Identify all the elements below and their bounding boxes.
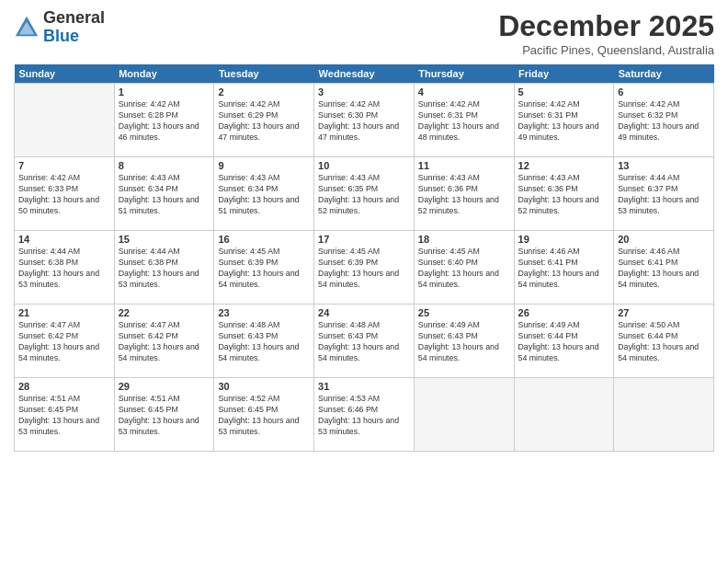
- day-number: 16: [218, 234, 310, 245]
- calendar-cell: 24Sunrise: 4:48 AMSunset: 6:43 PMDayligh…: [314, 304, 415, 378]
- week-row-4: 21Sunrise: 4:47 AMSunset: 6:42 PMDayligh…: [15, 304, 714, 378]
- calendar-cell: [15, 84, 115, 157]
- cell-info: Sunrise: 4:47 AMSunset: 6:42 PMDaylight:…: [18, 320, 110, 364]
- calendar-cell: 12Sunrise: 4:43 AMSunset: 6:36 PMDayligh…: [514, 157, 614, 231]
- cell-info: Sunrise: 4:52 AMSunset: 6:45 PMDaylight:…: [218, 394, 310, 438]
- cell-info: Sunrise: 4:48 AMSunset: 6:43 PMDaylight:…: [318, 320, 410, 364]
- calendar-cell: 23Sunrise: 4:48 AMSunset: 6:43 PMDayligh…: [214, 304, 314, 378]
- day-number: 28: [18, 381, 110, 392]
- calendar-cell: 30Sunrise: 4:52 AMSunset: 6:45 PMDayligh…: [214, 378, 314, 452]
- calendar-cell: 20Sunrise: 4:46 AMSunset: 6:41 PMDayligh…: [614, 231, 714, 304]
- calendar-cell: 22Sunrise: 4:47 AMSunset: 6:42 PMDayligh…: [114, 304, 214, 378]
- logo: General Blue: [14, 9, 105, 46]
- cell-info: Sunrise: 4:46 AMSunset: 6:41 PMDaylight:…: [618, 247, 710, 291]
- cell-info: Sunrise: 4:50 AMSunset: 6:44 PMDaylight:…: [618, 320, 710, 364]
- day-number: 7: [18, 160, 110, 171]
- calendar-cell: 28Sunrise: 4:51 AMSunset: 6:45 PMDayligh…: [15, 378, 115, 452]
- calendar-cell: 1Sunrise: 4:42 AMSunset: 6:28 PMDaylight…: [114, 84, 214, 157]
- day-number: 4: [418, 86, 510, 98]
- header-day-thursday: Thursday: [414, 64, 514, 84]
- cell-info: Sunrise: 4:43 AMSunset: 6:36 PMDaylight:…: [518, 173, 610, 217]
- cell-info: Sunrise: 4:47 AMSunset: 6:42 PMDaylight:…: [119, 320, 210, 364]
- header-day-monday: Monday: [114, 64, 214, 84]
- calendar-table: SundayMondayTuesdayWednesdayThursdayFrid…: [14, 64, 714, 452]
- logo-blue: Blue: [43, 27, 79, 45]
- logo-icon: [14, 15, 40, 40]
- day-number: 31: [318, 381, 410, 392]
- day-number: 5: [518, 86, 610, 98]
- calendar-cell: 2Sunrise: 4:42 AMSunset: 6:29 PMDaylight…: [214, 84, 314, 157]
- calendar-cell: 9Sunrise: 4:43 AMSunset: 6:34 PMDaylight…: [214, 157, 314, 231]
- header-day-tuesday: Tuesday: [214, 64, 314, 84]
- cell-info: Sunrise: 4:42 AMSunset: 6:31 PMDaylight:…: [418, 99, 510, 144]
- calendar-cell: 25Sunrise: 4:49 AMSunset: 6:43 PMDayligh…: [414, 304, 514, 378]
- cell-info: Sunrise: 4:42 AMSunset: 6:28 PMDaylight:…: [119, 99, 210, 144]
- day-number: 9: [218, 160, 310, 171]
- calendar-cell: 13Sunrise: 4:44 AMSunset: 6:37 PMDayligh…: [614, 157, 714, 231]
- cell-info: Sunrise: 4:44 AMSunset: 6:38 PMDaylight:…: [18, 247, 110, 291]
- calendar-cell: 7Sunrise: 4:42 AMSunset: 6:33 PMDaylight…: [15, 157, 115, 231]
- day-number: 23: [218, 307, 310, 318]
- header: General Blue December 2025 Pacific Pines…: [14, 9, 714, 57]
- title-section: December 2025 Pacific Pines, Queensland,…: [498, 9, 714, 57]
- calendar-cell: 11Sunrise: 4:43 AMSunset: 6:36 PMDayligh…: [414, 157, 514, 231]
- calendar-cell: 21Sunrise: 4:47 AMSunset: 6:42 PMDayligh…: [15, 304, 115, 378]
- cell-info: Sunrise: 4:42 AMSunset: 6:29 PMDaylight:…: [218, 99, 310, 144]
- cell-info: Sunrise: 4:44 AMSunset: 6:37 PMDaylight:…: [618, 173, 710, 217]
- location: Pacific Pines, Queensland, Australia: [498, 43, 714, 57]
- calendar-cell: 19Sunrise: 4:46 AMSunset: 6:41 PMDayligh…: [514, 231, 614, 304]
- cell-info: Sunrise: 4:42 AMSunset: 6:31 PMDaylight:…: [518, 99, 610, 144]
- calendar-cell: 17Sunrise: 4:45 AMSunset: 6:39 PMDayligh…: [314, 231, 415, 304]
- calendar-cell: 6Sunrise: 4:42 AMSunset: 6:32 PMDaylight…: [614, 84, 714, 157]
- cell-info: Sunrise: 4:44 AMSunset: 6:38 PMDaylight:…: [119, 247, 210, 291]
- cell-info: Sunrise: 4:42 AMSunset: 6:32 PMDaylight:…: [618, 99, 710, 144]
- calendar-cell: 16Sunrise: 4:45 AMSunset: 6:39 PMDayligh…: [214, 231, 314, 304]
- calendar-cell: [514, 378, 614, 452]
- logo-general: General: [43, 8, 105, 27]
- calendar-cell: 5Sunrise: 4:42 AMSunset: 6:31 PMDaylight…: [514, 84, 614, 157]
- cell-info: Sunrise: 4:48 AMSunset: 6:43 PMDaylight:…: [218, 320, 310, 364]
- cell-info: Sunrise: 4:42 AMSunset: 6:30 PMDaylight:…: [318, 99, 410, 144]
- day-number: 19: [518, 234, 610, 245]
- day-number: 13: [618, 160, 710, 171]
- day-number: 22: [119, 307, 210, 318]
- header-day-wednesday: Wednesday: [314, 64, 415, 84]
- day-number: 1: [119, 86, 210, 98]
- calendar-cell: [614, 378, 714, 452]
- day-number: 29: [119, 381, 210, 392]
- header-row: SundayMondayTuesdayWednesdayThursdayFrid…: [15, 64, 714, 84]
- cell-info: Sunrise: 4:49 AMSunset: 6:44 PMDaylight:…: [518, 320, 610, 364]
- cell-info: Sunrise: 4:49 AMSunset: 6:43 PMDaylight:…: [418, 320, 510, 364]
- month-title: December 2025: [498, 9, 714, 43]
- day-number: 10: [318, 160, 410, 171]
- day-number: 6: [618, 86, 710, 98]
- day-number: 15: [119, 234, 210, 245]
- cell-info: Sunrise: 4:43 AMSunset: 6:34 PMDaylight:…: [119, 173, 210, 217]
- calendar-cell: 14Sunrise: 4:44 AMSunset: 6:38 PMDayligh…: [15, 231, 115, 304]
- calendar-cell: 18Sunrise: 4:45 AMSunset: 6:40 PMDayligh…: [414, 231, 514, 304]
- day-number: 20: [618, 234, 710, 245]
- calendar-cell: 31Sunrise: 4:53 AMSunset: 6:46 PMDayligh…: [314, 378, 415, 452]
- cell-info: Sunrise: 4:43 AMSunset: 6:34 PMDaylight:…: [218, 173, 310, 217]
- cell-info: Sunrise: 4:51 AMSunset: 6:45 PMDaylight:…: [18, 394, 110, 438]
- week-row-2: 7Sunrise: 4:42 AMSunset: 6:33 PMDaylight…: [15, 157, 714, 231]
- day-number: 2: [218, 86, 310, 98]
- cell-info: Sunrise: 4:46 AMSunset: 6:41 PMDaylight:…: [518, 247, 610, 291]
- day-number: 11: [418, 160, 510, 171]
- week-row-5: 28Sunrise: 4:51 AMSunset: 6:45 PMDayligh…: [15, 378, 714, 452]
- day-number: 8: [119, 160, 210, 171]
- calendar-cell: 3Sunrise: 4:42 AMSunset: 6:30 PMDaylight…: [314, 84, 415, 157]
- calendar-cell: 15Sunrise: 4:44 AMSunset: 6:38 PMDayligh…: [114, 231, 214, 304]
- day-number: 21: [18, 307, 110, 318]
- calendar-cell: 29Sunrise: 4:51 AMSunset: 6:45 PMDayligh…: [114, 378, 214, 452]
- logo-text: General Blue: [43, 9, 105, 46]
- calendar-cell: [414, 378, 514, 452]
- day-number: 17: [318, 234, 410, 245]
- day-number: 12: [518, 160, 610, 171]
- header-day-friday: Friday: [514, 64, 614, 84]
- day-number: 3: [318, 86, 410, 98]
- day-number: 30: [218, 381, 310, 392]
- cell-info: Sunrise: 4:45 AMSunset: 6:39 PMDaylight:…: [218, 247, 310, 291]
- calendar-cell: 8Sunrise: 4:43 AMSunset: 6:34 PMDaylight…: [114, 157, 214, 231]
- cell-info: Sunrise: 4:43 AMSunset: 6:35 PMDaylight:…: [318, 173, 410, 217]
